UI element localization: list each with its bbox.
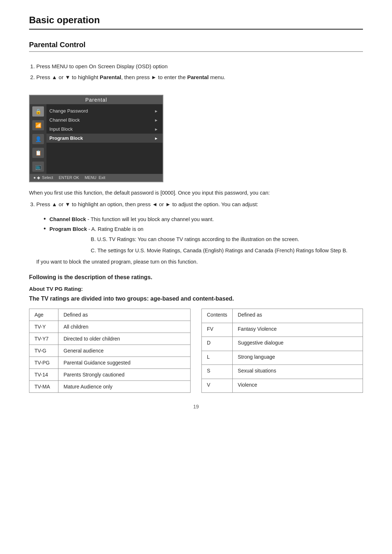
table-cell: D bbox=[202, 337, 233, 351]
table-cell: Sexual situations bbox=[233, 365, 363, 379]
content-table-body: Contents Defined as FV Fantasy Violence … bbox=[202, 309, 363, 393]
table-row: S Sexual situations bbox=[202, 365, 363, 379]
sub-items: B. U.S. TV Ratings: You can choose TV ra… bbox=[91, 235, 363, 255]
osd-item-channel-block[interactable]: Channel Block ► bbox=[46, 115, 163, 125]
table-row: V Violence bbox=[202, 379, 363, 393]
table-cell: Parental Guidance suggested bbox=[58, 357, 191, 369]
table-cell: Parents Strongly cautioned bbox=[58, 369, 191, 381]
tables-row: Age Defined as TV-Y All children TV-Y7 D… bbox=[29, 309, 363, 393]
osd-item-label: Channel Block bbox=[49, 117, 80, 123]
table-cell: TV-PG bbox=[29, 357, 58, 369]
table-row: TV-PG Parental Guidance suggested bbox=[29, 357, 191, 369]
table-cell: L bbox=[202, 351, 233, 365]
table-row: TV-G General audience bbox=[29, 345, 191, 357]
instructions: Press MENU to open On Screen Display (OS… bbox=[29, 62, 363, 82]
table-cell: Age bbox=[29, 309, 58, 321]
table-cell: FV bbox=[202, 323, 233, 337]
table-cell: S bbox=[202, 365, 233, 379]
table-cell: Mature Audience only bbox=[58, 381, 191, 393]
page-number: 19 bbox=[29, 404, 363, 410]
about-heading: About TV PG Rating: bbox=[29, 286, 363, 292]
table-row: Contents Defined as bbox=[202, 309, 363, 323]
osd-item-arrow: ► bbox=[154, 127, 158, 131]
step-1: Press MENU to open On Screen Display (OS… bbox=[36, 62, 363, 71]
table-row: TV-Y All children bbox=[29, 321, 191, 333]
osd-item-label: Input Block bbox=[49, 126, 73, 132]
table-row: Age Defined as bbox=[29, 309, 191, 321]
unrated-note: If you want to block the unrated program… bbox=[36, 258, 363, 266]
osd-item-arrow: ► bbox=[154, 118, 158, 122]
osd-container: Parental 🔒 📶 👤 📋 📺 Change Password ► Cha… bbox=[29, 95, 163, 182]
table-cell: General audience bbox=[58, 345, 191, 357]
osd-item-program-block[interactable]: Program Block ► bbox=[46, 134, 163, 143]
table-cell: Fantasy Violence bbox=[233, 323, 363, 337]
osd-icon-signal: 📶 bbox=[32, 120, 44, 130]
osd-icons: 🔒 📶 👤 📋 📺 bbox=[30, 104, 46, 174]
table-cell: Strong language bbox=[233, 351, 363, 365]
osd-box: Parental 🔒 📶 👤 📋 📺 Change Password ► Cha… bbox=[29, 95, 163, 182]
table-cell: Directed to older children bbox=[58, 333, 191, 345]
osd-item-input-block[interactable]: Input Block ► bbox=[46, 125, 163, 134]
osd-item-label: Change Password bbox=[49, 108, 88, 114]
table-cell: TV-Y bbox=[29, 321, 58, 333]
step-3: Press ▲ or ▼ to highlight an option, the… bbox=[36, 200, 363, 209]
osd-icon-lock: 🔒 bbox=[32, 106, 44, 117]
table-row: D Suggestive dialogue bbox=[202, 337, 363, 351]
tv-ratings-heading: The TV ratings are divided into two grou… bbox=[29, 296, 363, 302]
age-table: Age Defined as TV-Y All children TV-Y7 D… bbox=[29, 309, 191, 393]
sub-b: B. U.S. TV Ratings: You can choose TV ra… bbox=[91, 235, 363, 244]
bullet-items: • Channel Block - This function will let… bbox=[44, 215, 363, 233]
osd-menu-items: Change Password ► Channel Block ► Input … bbox=[46, 104, 163, 174]
step3-container: Press ▲ or ▼ to highlight an option, the… bbox=[29, 200, 363, 209]
table-cell: All children bbox=[58, 321, 191, 333]
osd-item-blank1 bbox=[46, 143, 163, 150]
osd-icon-remote: 📺 bbox=[32, 162, 44, 172]
table-cell: Defined as bbox=[58, 309, 191, 321]
table-cell: Violence bbox=[233, 379, 363, 393]
osd-body: 🔒 📶 👤 📋 📺 Change Password ► Channel Bloc… bbox=[30, 104, 163, 174]
osd-item-blank2 bbox=[46, 150, 163, 157]
sub-c: C. The settings for U.S. Movie Ratings, … bbox=[91, 247, 363, 255]
page-title-section: Basic operation bbox=[29, 15, 363, 30]
section-header: Parental Control bbox=[29, 41, 363, 52]
osd-icon-person: 👤 bbox=[32, 134, 44, 144]
table-row: TV-MA Mature Audience only bbox=[29, 381, 191, 393]
table-row: TV-Y7 Directed to older children bbox=[29, 333, 191, 345]
osd-item-change-password[interactable]: Change Password ► bbox=[46, 106, 163, 115]
page-title: Basic operation bbox=[29, 15, 100, 25]
bullet-program-block: • Program Block - A. Rating Enable is on bbox=[44, 225, 363, 233]
osd-title-bar: Parental bbox=[30, 95, 163, 104]
table-cell: Suggestive dialogue bbox=[233, 337, 363, 351]
osd-item-arrow: ► bbox=[154, 136, 158, 140]
age-table-body: Age Defined as TV-Y All children TV-Y7 D… bbox=[29, 309, 191, 393]
osd-icon-schedule: 📋 bbox=[32, 148, 44, 158]
default-password-note: When you first use this function, the de… bbox=[29, 189, 363, 197]
osd-footer: ● ◆ Select ENTER OK MENU Exit bbox=[30, 174, 163, 182]
osd-item-label: Program Block bbox=[49, 135, 83, 141]
table-cell: Contents bbox=[202, 309, 233, 323]
following-heading: Following is the description of these ra… bbox=[29, 274, 363, 281]
table-cell: TV-Y7 bbox=[29, 333, 58, 345]
table-row: L Strong language bbox=[202, 351, 363, 365]
table-cell: TV-G bbox=[29, 345, 58, 357]
osd-footer-text: ● ◆ Select ENTER OK MENU Exit bbox=[33, 175, 105, 180]
table-cell: Defined as bbox=[233, 309, 363, 323]
step-2: Press ▲ or ▼ to highlight Parental, then… bbox=[36, 73, 363, 82]
table-cell: TV-14 bbox=[29, 369, 58, 381]
table-cell: TV-MA bbox=[29, 381, 58, 393]
section-title: Parental Control bbox=[29, 41, 86, 49]
table-row: FV Fantasy Violence bbox=[202, 323, 363, 337]
content-table: Contents Defined as FV Fantasy Violence … bbox=[201, 309, 363, 393]
table-cell: V bbox=[202, 379, 233, 393]
table-row: TV-14 Parents Strongly cautioned bbox=[29, 369, 191, 381]
bullet-channel-block: • Channel Block - This function will let… bbox=[44, 215, 363, 224]
osd-item-arrow: ► bbox=[154, 109, 158, 113]
